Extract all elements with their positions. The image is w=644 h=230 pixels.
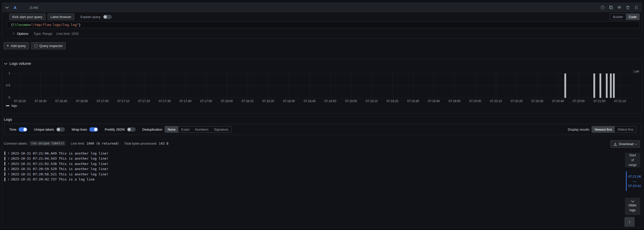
range-oldest-time[interactable]: 07:20:42 xyxy=(626,184,643,188)
time-toggle[interactable] xyxy=(19,127,27,132)
y-tick-label: 0.5 xyxy=(2,84,10,87)
remove-query-trash-icon[interactable] xyxy=(626,5,630,9)
log-expand-chevron-icon[interactable] xyxy=(7,178,9,180)
volume-bar[interactable] xyxy=(564,73,566,98)
log-row[interactable]: 2023-10-31 07:21:06.049 This is another … xyxy=(3,151,619,156)
line-limit-value: 1000 (6 returned) xyxy=(87,142,119,145)
wrap-lines-toggle[interactable] xyxy=(89,127,98,132)
prettify-json-label: Prettify JSON xyxy=(105,128,125,131)
deduplication-label: Deduplication xyxy=(142,128,162,131)
x-tick-label: 07:21:10 xyxy=(611,99,629,103)
log-row[interactable]: 2023-10-31 07:21:04.543 This is another … xyxy=(3,156,619,161)
volume-bar[interactable] xyxy=(593,73,595,98)
dedup-option-signature[interactable]: Signature xyxy=(211,126,231,132)
x-tick-label: 07:20:40 xyxy=(549,99,567,103)
log-row[interactable]: 2023-10-31 07:20:42.737 This is a log li… xyxy=(3,177,619,182)
x-tick-label: 07:18:00 xyxy=(218,99,236,103)
volume-bar[interactable] xyxy=(606,73,608,98)
log-rows-list: 2023-10-31 07:21:06.049 This is another … xyxy=(3,151,619,182)
dedup-option-numbers[interactable]: Numbers xyxy=(192,126,211,132)
legend-color-swatch xyxy=(6,105,9,106)
chevron-down-icon xyxy=(631,199,634,203)
volume-bar[interactable] xyxy=(613,73,615,98)
log-message: This is another log line! xyxy=(59,162,109,166)
prettify-json-toggle[interactable] xyxy=(127,127,136,132)
log-level-stripe xyxy=(4,151,5,155)
log-line-text: 2023-10-31 07:21:02.538 This is another … xyxy=(11,162,109,166)
plus-icon: + xyxy=(7,44,9,48)
query-toolbar: Kick start your query Label browser Expl… xyxy=(7,13,640,20)
add-query-label: Add query xyxy=(11,44,26,48)
older-logs-line: Older xyxy=(628,203,637,208)
options-type: Type: Range xyxy=(34,32,52,36)
log-message: This is another log line! xyxy=(59,167,109,171)
log-expand-chevron-icon[interactable] xyxy=(7,173,9,175)
x-tick-label: 07:17:40 xyxy=(177,99,194,103)
builder-mode-option[interactable]: Builder xyxy=(610,14,626,20)
query-ref-id[interactable]: A xyxy=(14,5,17,10)
volume-bar[interactable] xyxy=(599,73,601,98)
kick-start-query-button[interactable]: Kick start your query xyxy=(9,13,46,20)
query-label-value: "/tmp/flow-logs/log.log" xyxy=(31,23,79,27)
log-expand-chevron-icon[interactable] xyxy=(7,163,9,165)
log-level-stripe xyxy=(4,172,5,176)
log-message: This is another log line! xyxy=(59,157,109,160)
legend-series-label: logs xyxy=(11,104,17,108)
display-option-oldest[interactable]: Oldest first xyxy=(615,126,636,132)
older-logs-line: logs xyxy=(629,208,636,212)
logs-controls-bar: Time Unique labels Wrap lines Prettify J… xyxy=(4,124,641,135)
x-tick-label: 07:17:30 xyxy=(156,99,174,103)
display-results-group: Newest first Oldest first xyxy=(592,126,636,133)
x-gridline xyxy=(517,71,517,98)
x-gridline xyxy=(103,71,103,98)
scroll-to-top-button[interactable]: ↑ xyxy=(624,217,635,227)
log-line-text: 2023-10-31 07:21:04.543 This is another … xyxy=(11,157,109,160)
x-gridline xyxy=(537,71,538,98)
x-gridline xyxy=(185,71,186,98)
log-row[interactable]: 2023-10-31 07:21:02.538 This is another … xyxy=(3,161,619,166)
drag-handle-icon[interactable] xyxy=(634,5,638,9)
x-tick-label: 07:19:50 xyxy=(446,99,463,103)
x-tick-label: 07:20:50 xyxy=(570,99,588,103)
query-inspector-button[interactable]: i Query inspector xyxy=(31,42,66,49)
copy-query-icon[interactable] xyxy=(609,5,613,9)
collapse-query-chevron-icon[interactable] xyxy=(5,5,9,9)
log-expand-chevron-icon[interactable] xyxy=(7,152,9,154)
query-code-input[interactable]: {filename="/tmp/flow-logs/log.log"} xyxy=(7,21,639,28)
dedup-option-exact[interactable]: Exact xyxy=(178,126,192,132)
log-expand-chevron-icon[interactable] xyxy=(7,158,9,160)
x-gridline xyxy=(330,71,331,98)
x-tick-label: 07:18:30 xyxy=(280,99,298,103)
log-expand-chevron-icon[interactable] xyxy=(7,168,9,170)
range-newest-time[interactable]: 07:21:06 xyxy=(626,175,643,178)
download-button[interactable]: Download xyxy=(610,140,640,148)
editor-mode-group: Builder Code xyxy=(610,13,640,20)
x-gridline xyxy=(475,71,476,98)
log-row[interactable]: 2023-10-31 07:20:56.521 This is another … xyxy=(3,172,619,177)
explain-query-toggle[interactable] xyxy=(103,15,112,19)
x-tick-label: 07:16:50 xyxy=(73,99,91,103)
options-expand-chevron-icon[interactable] xyxy=(12,33,14,35)
log-row[interactable]: 2023-10-31 07:20:59.529 This is another … xyxy=(3,166,619,172)
add-query-button[interactable]: + Add query xyxy=(4,42,29,49)
x-gridline xyxy=(248,71,248,98)
toggle-knob xyxy=(94,128,97,131)
x-tick-label: 07:17:20 xyxy=(135,99,153,103)
start-of-range-button[interactable]: Start of range xyxy=(625,153,640,167)
start-of-range-line: Start xyxy=(629,153,636,158)
dedup-option-none[interactable]: None xyxy=(165,126,178,132)
older-logs-button[interactable]: Older logs xyxy=(625,198,640,215)
hide-response-eye-icon[interactable] xyxy=(617,5,621,9)
unique-labels-toggle[interactable] xyxy=(56,127,65,132)
code-mode-option[interactable]: Code xyxy=(626,14,639,20)
x-gridline xyxy=(579,71,579,98)
label-browser-button[interactable]: Label browser xyxy=(48,13,75,20)
y-gridline xyxy=(12,73,638,74)
x-tick-label: 07:21:00 xyxy=(591,99,608,103)
volume-bar[interactable] xyxy=(610,73,612,98)
display-option-newest[interactable]: Newest first xyxy=(592,126,615,132)
query-open-brace: { xyxy=(11,23,13,27)
volume-legend[interactable]: logs xyxy=(6,104,17,108)
help-icon[interactable]: ? xyxy=(600,5,605,9)
query-options-row[interactable]: Options Type: Range Line limit: 1000 xyxy=(12,30,79,37)
